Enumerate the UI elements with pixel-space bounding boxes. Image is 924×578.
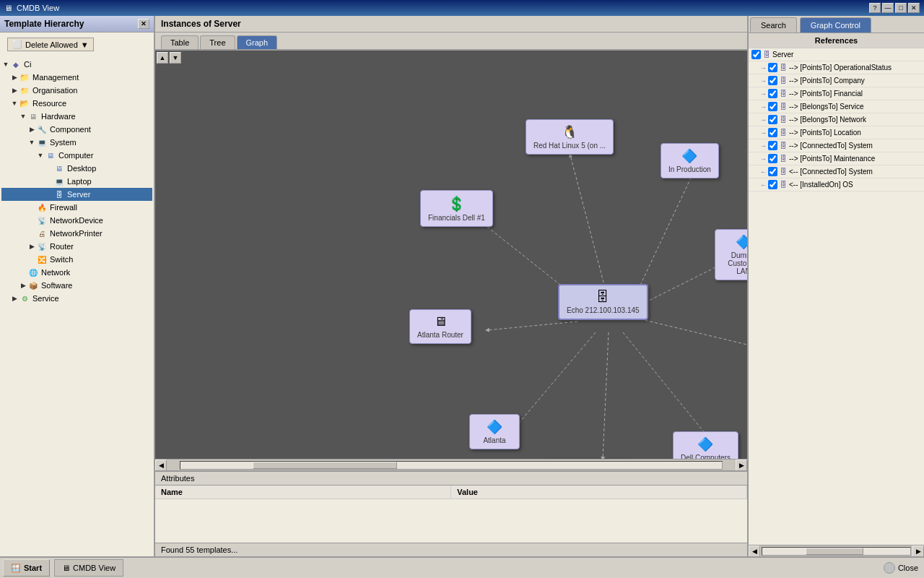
tree-item-networkdevice[interactable]: ▶ 📡 NetworkDevice [1, 214, 152, 227]
tree-container[interactable]: ▼ ◆ Ci ▶ 📁 Management ▶ 📁 Organisation ▼… [0, 56, 154, 556]
ref-financial-checkbox[interactable] [768, 89, 777, 98]
delete-allowed-button[interactable]: ⬜ Delete Allowed ▼ [7, 38, 94, 51]
tree-item-software[interactable]: ▶ 📦 Software [1, 279, 152, 292]
tree-item-laptop[interactable]: ▶ 💻 Laptop [1, 175, 152, 188]
maximize-button[interactable]: □ [895, 3, 907, 13]
right-scroll-left[interactable]: ◀ [749, 545, 760, 557]
label-service: Service [32, 294, 59, 303]
toggle-software[interactable]: ▶ [19, 281, 27, 290]
right-scroll-right[interactable]: ▶ [912, 545, 924, 557]
node-atlantarouter[interactable]: 🖥 Atlanta Router [409, 309, 471, 344]
close-status-area[interactable]: Close [884, 562, 918, 574]
node-atlanta[interactable]: 🔷 Atlanta [469, 414, 520, 449]
ref-maintenance-checkbox[interactable] [768, 154, 777, 163]
toggle-organisation[interactable]: ▶ [10, 86, 19, 95]
tree-item-system[interactable]: ▼ 💻 System [1, 136, 152, 149]
ref-network-checkbox[interactable] [768, 115, 777, 124]
ref-installedon-os-checkbox[interactable] [768, 180, 777, 189]
center-panel: Instances of Server Table Tree Graph [155, 16, 747, 556]
toggle-ci[interactable]: ▼ [1, 60, 10, 69]
attr-col-name: Name [155, 486, 451, 499]
svg-line-5 [635, 318, 747, 349]
tree-item-desktop[interactable]: ▶ 🖥 Desktop [1, 162, 152, 175]
scroll-down-btn[interactable]: ▼ [170, 52, 181, 64]
scroll-up-btn[interactable]: ▲ [157, 52, 168, 64]
tree-item-component[interactable]: ▶ 🔧 Component [1, 123, 152, 136]
toggle-computer[interactable]: ▼ [36, 151, 45, 160]
icon-component: 🔧 [36, 124, 48, 135]
icon-computer: 🖥 [45, 150, 56, 161]
toggle-system[interactable]: ▼ [27, 138, 36, 147]
tree-item-management[interactable]: ▶ 📁 Management [1, 71, 152, 84]
graph-area[interactable]: 🗄 Echo 212.100.103.145 🐧 Red Hat Linux 5… [155, 51, 747, 459]
icon-firewall: 🔥 [36, 202, 48, 213]
ref-location-icon: 🗄 [780, 129, 787, 137]
node-dummycustomer[interactable]: 🔷 Dummy Customer LAN [715, 229, 747, 280]
dummycustomer-label: Dummy Customer LAN [723, 251, 747, 275]
start-button[interactable]: 🪟 Start [3, 559, 50, 577]
right-hscrollbar[interactable] [762, 547, 911, 556]
node-dellcomputers[interactable]: 🔷 Dell Computers [673, 431, 738, 459]
help-button[interactable]: ? [869, 3, 881, 13]
tree-item-server[interactable]: ▶ 🗄 Server [1, 188, 152, 201]
ref-location-checkbox[interactable] [768, 128, 777, 137]
tab-tree[interactable]: Tree [200, 35, 235, 49]
scroll-left-button[interactable]: ◀ [155, 460, 167, 471]
toggle-router[interactable]: ▶ [27, 242, 36, 251]
icon-hardware: 🖥 [27, 111, 39, 122]
taskbar-cmdb-view[interactable]: 🖥 CMDB View [54, 559, 123, 577]
dellcomputers-icon: 🔷 [681, 436, 731, 452]
ref-connectedto-system-checkbox[interactable] [768, 141, 777, 150]
toggle-service[interactable]: ▶ [10, 294, 19, 303]
tab-graphcontrol[interactable]: Graph Control [800, 17, 871, 33]
toggle-hardware[interactable]: ▼ [19, 112, 27, 121]
horizontal-scrollbar[interactable] [180, 461, 723, 470]
financials-icon: 💲 [428, 195, 485, 212]
redhat-label: Red Hat Linux 5 (on ... [533, 142, 606, 150]
ref-server-checkbox[interactable] [751, 50, 761, 59]
title-bar: 🖥 CMDB View ? — □ ✕ [0, 0, 924, 16]
tab-search[interactable]: Search [750, 17, 797, 33]
ref-operationalstatus-checkbox[interactable] [768, 63, 777, 72]
toggle-resource[interactable]: ▼ [10, 99, 19, 108]
toggle-component[interactable]: ▶ [27, 125, 36, 134]
tab-graph[interactable]: Graph [237, 35, 278, 49]
node-inproduction[interactable]: 🔷 In Production [661, 143, 719, 178]
minimize-button[interactable]: — [882, 3, 894, 13]
ref-operationalstatus: → 🗄 --> [PointsTo] OperationalStatus [749, 61, 924, 74]
tree-item-network[interactable]: ▶ 🌐 Network [1, 266, 152, 279]
ref-service-checkbox[interactable] [768, 102, 777, 111]
atlanta-icon: 🔷 [477, 419, 512, 435]
tree-item-computer[interactable]: ▼ 🖥 Computer [1, 149, 152, 162]
label-organisation: Organisation [32, 86, 77, 95]
ref-company-checkbox[interactable] [768, 76, 777, 85]
tree-item-router[interactable]: ▶ 📡 Router [1, 240, 152, 253]
tree-item-service[interactable]: ▶ ⚙ Service [1, 292, 152, 305]
close-window-button[interactable]: ✕ [908, 3, 920, 13]
tab-table[interactable]: Table [161, 35, 199, 49]
dellcomputers-label: Dell Computers [681, 454, 731, 459]
tree-item-resource[interactable]: ▼ 📂 Resource [1, 97, 152, 110]
tree-item-switch[interactable]: ▶ 🔀 Switch [1, 253, 152, 266]
tree-item-organisation[interactable]: ▶ 📁 Organisation [1, 84, 152, 97]
attributes-table: Name Value [155, 486, 747, 499]
toggle-management[interactable]: ▶ [10, 73, 19, 82]
tree-item-firewall[interactable]: ▶ 🔥 Firewall [1, 201, 152, 214]
taskbar: 🪟 Start 🖥 CMDB View Close [0, 556, 924, 578]
node-echo[interactable]: 🗄 Echo 212.100.103.145 [558, 284, 648, 320]
ref-connectedto-system-back-checkbox[interactable] [768, 167, 777, 176]
node-financials[interactable]: 💲 Financials Dell #1 [420, 190, 493, 227]
scroll-right-button[interactable]: ▶ [736, 460, 747, 471]
ref-installedon-os-icon: 🗄 [780, 181, 787, 189]
tree-item-networkprinter[interactable]: ▶ 🖨 NetworkPrinter [1, 227, 152, 240]
ref-installedon-os-label: <-- [InstalledOn] OS [789, 181, 853, 189]
left-panel-close[interactable]: ✕ [138, 19, 149, 29]
left-panel-header: Template Hierarchy ✕ [0, 16, 154, 33]
ref-network-icon: 🗄 [780, 116, 787, 124]
node-redhat[interactable]: 🐧 Red Hat Linux 5 (on ... [526, 119, 614, 155]
tree-item-hardware[interactable]: ▼ 🖥 Hardware [1, 110, 152, 123]
tree-item-ci[interactable]: ▼ ◆ Ci [1, 58, 152, 71]
main-container: Template Hierarchy ✕ ⬜ Delete Allowed ▼ … [0, 16, 924, 556]
references-list[interactable]: 🗄 Server → 🗄 --> [PointsTo] OperationalS… [749, 48, 924, 545]
start-icon: 🪟 [11, 564, 21, 573]
